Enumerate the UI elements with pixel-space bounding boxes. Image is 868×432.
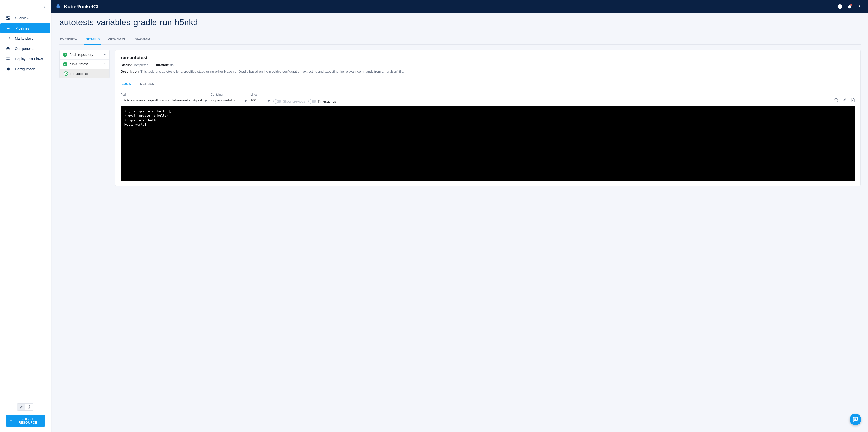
timestamps-toggle[interactable]: Timestamps bbox=[309, 99, 336, 103]
sidebar-item-components[interactable]: Components bbox=[0, 43, 51, 54]
sidebar-item-label: Components bbox=[15, 47, 34, 51]
check-circle-icon bbox=[63, 62, 67, 66]
chevron-down-icon bbox=[103, 53, 106, 57]
check-circle-icon bbox=[63, 53, 67, 57]
tab-overview[interactable]: OVERVIEW bbox=[59, 35, 78, 44]
sidebar-item-label: Marketplace bbox=[15, 37, 33, 40]
chevron-up-icon bbox=[103, 62, 106, 66]
description-field: Description: This task runs autotests fo… bbox=[121, 69, 376, 74]
tab-details[interactable]: DETAILS bbox=[85, 35, 100, 44]
switch-icon bbox=[309, 99, 316, 103]
svg-rect-13 bbox=[6, 59, 10, 60]
subtab-details[interactable]: DETAILS bbox=[139, 80, 155, 89]
status-field: Status: Completed bbox=[121, 63, 149, 67]
pipelines-icon bbox=[6, 26, 11, 31]
container-input[interactable] bbox=[211, 97, 247, 103]
app-name: KubeRocketCI bbox=[64, 4, 99, 9]
step-sub-label: run-autotest bbox=[70, 72, 88, 75]
sidebar-item-pipelines[interactable]: Pipelines bbox=[0, 23, 51, 33]
page-title: autotests-variables-gradle-run-h5nkd bbox=[59, 18, 376, 27]
svg-rect-2 bbox=[8, 18, 10, 20]
pod-input[interactable] bbox=[121, 97, 207, 103]
main-content: autotests-variables-gradle-run-h5nkd OVE… bbox=[51, 13, 376, 189]
gear-icon bbox=[5, 67, 11, 71]
svg-rect-12 bbox=[6, 58, 10, 58]
topbar: KubeRocketCI bbox=[51, 0, 376, 13]
container-select[interactable]: Container ▾ bbox=[211, 93, 247, 103]
subtab-logs[interactable]: LOGS bbox=[121, 80, 132, 89]
sidebar-item-label: Configuration bbox=[15, 67, 35, 71]
svg-rect-6 bbox=[10, 28, 10, 29]
sidebar-item-overview[interactable]: Overview bbox=[0, 13, 51, 23]
svg-rect-0 bbox=[6, 17, 7, 18]
main-tabs: OVERVIEW DETAILS VIEW YAML DIAGRAM bbox=[59, 35, 376, 44]
lines-input[interactable] bbox=[250, 97, 270, 103]
sidebar-item-label: Pipelines bbox=[16, 26, 29, 30]
step-item-run-autotest[interactable]: run-autotest bbox=[60, 60, 110, 69]
sidebar-item-marketplace[interactable]: Marketplace bbox=[0, 33, 51, 43]
step-label: fetch-repository bbox=[70, 53, 93, 57]
sidebar-collapse-button[interactable] bbox=[0, 0, 51, 13]
step-item-fetch-repository[interactable]: fetch-repository bbox=[60, 50, 110, 60]
steps-panel: fetch-repository run-autotest run-autote… bbox=[59, 50, 110, 79]
svg-point-7 bbox=[7, 40, 8, 40]
dashboard-icon bbox=[5, 16, 11, 20]
chevron-left-icon bbox=[42, 5, 46, 8]
step-sub-run-autotest[interactable]: run-autotest bbox=[60, 69, 110, 78]
check-circle-outline-icon bbox=[64, 71, 68, 76]
task-detail-panel: run-autotest Status: Completed Duration:… bbox=[115, 50, 376, 186]
tab-diagram[interactable]: DIAGRAM bbox=[134, 35, 151, 44]
switch-icon bbox=[274, 99, 281, 103]
app-logo[interactable]: KubeRocketCI bbox=[55, 3, 99, 10]
svg-rect-4 bbox=[7, 28, 8, 29]
layers-icon bbox=[5, 47, 11, 51]
pod-select[interactable]: Pod ▾ bbox=[121, 93, 207, 103]
task-title: run-autotest bbox=[121, 55, 376, 60]
tab-view-yaml[interactable]: VIEW YAML bbox=[107, 35, 127, 44]
sidebar: Overview Pipelines Marketplace Component… bbox=[0, 0, 51, 189]
duration-field: Duration: 8s bbox=[155, 63, 174, 67]
svg-rect-5 bbox=[8, 28, 9, 29]
log-output[interactable]: + [[ -n gradle -q hello ]] + eval 'gradl… bbox=[121, 106, 376, 181]
cart-icon bbox=[5, 36, 11, 41]
rocket-icon bbox=[55, 3, 61, 10]
svg-rect-3 bbox=[6, 19, 7, 20]
svg-rect-1 bbox=[8, 17, 10, 18]
svg-point-8 bbox=[9, 40, 9, 40]
step-label: run-autotest bbox=[70, 62, 88, 66]
flow-icon bbox=[5, 57, 11, 61]
sidebar-item-configuration[interactable]: Configuration bbox=[0, 64, 51, 74]
lines-select[interactable]: Lines ▾ bbox=[250, 93, 270, 103]
sidebar-item-label: Deployment Flows bbox=[15, 57, 43, 61]
show-previous-toggle[interactable]: Show previous bbox=[274, 99, 305, 103]
sidebar-item-deployment-flows[interactable]: Deployment Flows bbox=[0, 54, 51, 64]
sidebar-item-label: Overview bbox=[15, 16, 29, 20]
log-tabs: LOGS DETAILS bbox=[121, 80, 376, 89]
